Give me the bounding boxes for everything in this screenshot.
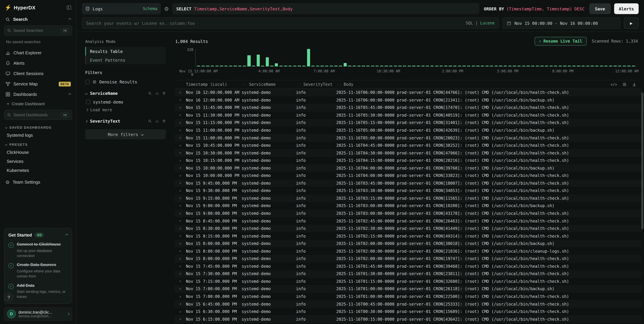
histogram-bar[interactable] <box>366 49 370 66</box>
table-row[interactable]: Nov 15 6:45:00.000 PMsystemd-demoinfo202… <box>174 300 641 308</box>
table-row[interactable]: Nov 15 7:00:00.000 PMsystemd-demoinfo202… <box>174 285 641 293</box>
histogram-bar[interactable] <box>347 49 352 66</box>
histogram-bar[interactable] <box>430 49 434 66</box>
save-button[interactable]: Save <box>589 3 610 14</box>
histogram-bar[interactable] <box>476 49 480 66</box>
table-row[interactable]: Nov 15 7:00:00.000 PMsystemd-demoinfo202… <box>174 293 641 300</box>
facet-chart-icon[interactable] <box>155 119 159 123</box>
histogram-bar[interactable] <box>599 49 604 66</box>
row-expand-chevron[interactable] <box>174 145 184 146</box>
histogram-bar[interactable] <box>480 49 484 66</box>
table-row[interactable]: Nov 15 8:00:00.000 PMsystemd-demoinfo202… <box>174 255 641 263</box>
run-query-button[interactable]: ▶ <box>624 17 639 29</box>
dashboard-item[interactable]: Systemd logs <box>3 131 73 140</box>
histogram-bar[interactable] <box>466 49 471 66</box>
histogram-bar[interactable] <box>210 49 214 66</box>
row-expand-chevron[interactable] <box>174 92 184 94</box>
histogram-bar[interactable] <box>498 49 503 66</box>
histogram-bar[interactable] <box>549 49 554 66</box>
row-expand-chevron[interactable] <box>174 137 184 139</box>
facet-severitytext[interactable]: SeverityText <box>85 119 166 124</box>
histogram-bar[interactable] <box>233 49 238 66</box>
histogram-bar[interactable] <box>306 49 311 66</box>
histogram-bar[interactable] <box>407 49 412 66</box>
table-row[interactable]: Nov 15 7:15:00.000 PMsystemd-demoinfo202… <box>174 278 641 285</box>
table-row[interactable]: Nov 15 7:45:00.000 PMsystemd-demoinfo202… <box>174 263 641 270</box>
histogram-bar[interactable] <box>242 49 247 66</box>
histogram-bar[interactable] <box>530 49 535 66</box>
histogram-bar[interactable] <box>457 49 462 66</box>
histogram-bar[interactable] <box>201 49 206 66</box>
histogram-bar[interactable] <box>228 49 233 66</box>
histogram-bar[interactable] <box>265 49 270 66</box>
table-row[interactable]: Nov 15 11:30:00.000 PMsystemd-demoinfo20… <box>174 111 641 119</box>
histogram-bar[interactable] <box>320 49 324 66</box>
histogram-bar[interactable] <box>544 49 549 66</box>
histogram-bar[interactable] <box>572 49 576 66</box>
histogram-bar[interactable] <box>586 49 590 66</box>
sidebar-item-search[interactable]: Search <box>3 14 73 24</box>
row-expand-chevron[interactable] <box>174 167 184 169</box>
row-expand-chevron[interactable] <box>174 250 184 252</box>
table-row[interactable]: Nov 15 9:30:00.000 PMsystemd-demoinfo202… <box>174 187 641 194</box>
help-button[interactable]: ? <box>4 293 14 302</box>
chevron-right-icon[interactable] <box>85 120 88 123</box>
row-expand-chevron[interactable] <box>174 190 184 192</box>
denoise-checkbox[interactable] <box>85 80 90 84</box>
facet-search-icon[interactable] <box>148 91 152 95</box>
pin-icon[interactable] <box>162 119 166 123</box>
table-row[interactable]: Nov 15 9:45:00.000 PMsystemd-demoinfo202… <box>174 179 641 187</box>
row-expand-chevron[interactable] <box>174 107 184 109</box>
row-expand-chevron[interactable] <box>174 318 184 320</box>
dashboard-group-label[interactable]: PRESETS <box>3 140 73 148</box>
row-expand-chevron[interactable] <box>174 130 184 131</box>
histogram-bar[interactable] <box>375 49 380 66</box>
table-row[interactable]: Nov 15 9:15:00.000 PMsystemd-demoinfo202… <box>174 194 641 202</box>
results-scrollbar[interactable] <box>641 92 643 229</box>
table-row[interactable]: Nov 15 6:30:00.000 PMsystemd-demoinfo202… <box>174 308 641 316</box>
row-expand-chevron[interactable] <box>174 213 184 214</box>
row-expand-chevron[interactable] <box>174 228 184 229</box>
histogram-bar[interactable] <box>421 49 425 66</box>
collapse-sidebar-icon[interactable] <box>66 5 72 10</box>
dashboard-group-label[interactable]: SAVED DASHBOARDS <box>3 123 73 131</box>
histogram-bar[interactable] <box>503 49 508 66</box>
histogram-bar[interactable] <box>439 49 444 66</box>
sidebar-item-dashboards[interactable]: Dashboards <box>3 89 73 100</box>
dashboard-item[interactable]: Services <box>3 157 73 166</box>
histogram-bar[interactable] <box>412 49 416 66</box>
histogram-bar[interactable] <box>425 49 430 66</box>
table-row[interactable]: Nov 15 10:15:00.000 PMsystemd-demoinfo20… <box>174 157 641 164</box>
row-expand-chevron[interactable] <box>174 281 184 282</box>
row-density-icon[interactable] <box>622 82 627 87</box>
facet-servicename[interactable]: ServiceName <box>85 91 166 96</box>
histogram-bar[interactable] <box>448 49 452 66</box>
get-started-step[interactable]: ✓Create Data SourcesConfigure where your… <box>8 263 68 279</box>
table-row[interactable]: Nov 15 8:30:00.000 PMsystemd-demoinfo202… <box>174 225 641 232</box>
histogram-bar[interactable] <box>380 49 384 66</box>
order-by-clause[interactable]: ORDER BY (TimestampTime, Timestamp) DESC <box>482 6 586 11</box>
table-header-severitytext[interactable]: ⋮⋮SeverityText <box>295 82 335 87</box>
drag-handle-icon[interactable]: ⋮⋮ <box>336 83 342 86</box>
table-row[interactable]: Nov 15 11:00:00.000 PMsystemd-demoinfo20… <box>174 134 641 142</box>
code-view-icon[interactable]: </> <box>610 82 617 87</box>
histogram-bar[interactable] <box>554 49 558 66</box>
histogram-bar[interactable] <box>393 49 398 66</box>
histogram-bar[interactable] <box>238 49 242 66</box>
histogram-bar[interactable] <box>512 49 517 66</box>
load-more-button[interactable]: Load more <box>85 108 166 112</box>
histogram-bar[interactable] <box>485 49 489 66</box>
facet-value-systemd-demo[interactable]: systemd-demo <box>85 100 166 105</box>
histogram-bar[interactable] <box>517 49 521 66</box>
histogram-bar[interactable] <box>384 49 388 66</box>
histogram-bar[interactable] <box>471 49 476 66</box>
row-expand-chevron[interactable] <box>174 122 184 124</box>
query-language-toggle[interactable]: SQL | Lucene <box>466 21 495 25</box>
schema-link[interactable]: Schema <box>143 6 158 11</box>
histogram-bar[interactable] <box>402 49 407 66</box>
row-expand-chevron[interactable] <box>174 205 184 207</box>
histogram-bar[interactable] <box>521 49 526 66</box>
histogram-bar[interactable] <box>260 49 265 66</box>
histogram-bar[interactable] <box>361 49 366 66</box>
histogram-bar[interactable] <box>297 49 302 66</box>
